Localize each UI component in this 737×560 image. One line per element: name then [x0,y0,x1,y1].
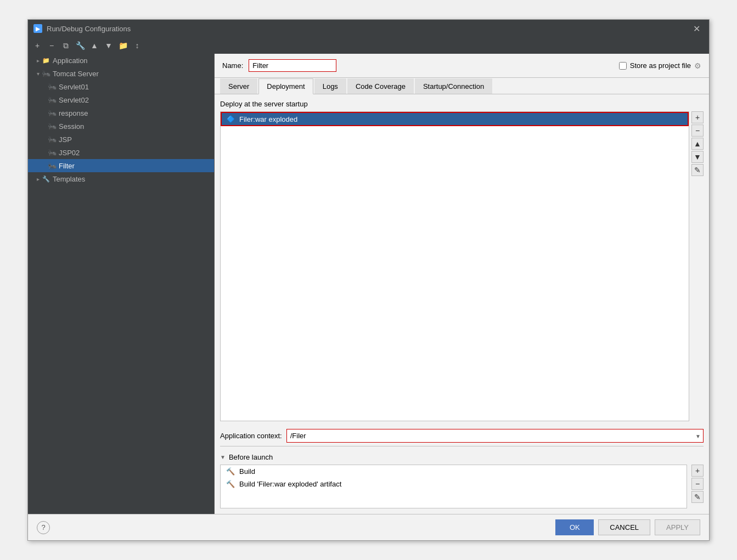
sidebar-item-label: Filter [59,162,75,170]
before-remove-button[interactable]: − [691,478,704,490]
right-panel: Name: Store as project file ⚙ Server Dep… [215,54,709,514]
title-bar-left: ▶ Run/Debug Configurations [33,24,131,33]
cancel-button[interactable]: CANCEL [598,519,650,535]
sort-button[interactable]: ↕ [131,39,143,52]
ant-icon: 🐜 [48,161,57,170]
app-context-input[interactable] [287,429,703,442]
deploy-edit-button[interactable]: ✎ [691,164,704,176]
chevron-right-icon: ▸ [37,176,40,182]
sidebar-item-filter[interactable]: 🐜 Filter [28,159,214,172]
before-launch-section: ▼ Before launch 🔨 Build 🔨 Build 'Filer:w… [220,446,704,508]
dialog-title: Run/Debug Configurations [47,25,131,33]
sidebar-item-label: response [59,109,88,117]
app-context-select-wrapper: ▼ [286,429,704,443]
ant-icon: 🐜 [48,148,57,157]
ant-icon: 🐜 [48,82,57,91]
sidebar-item-label: Servlet02 [59,96,89,104]
before-item-build-artifact: 🔨 Build 'Filer:war exploded' artifact [221,478,687,490]
run-debug-dialog: ▶ Run/Debug Configurations ✕ + − ⧉ 🔧 ▲ ▼… [27,19,710,541]
deploy-section-label: Deploy at the server startup [220,100,704,108]
tab-deployment[interactable]: Deployment [258,78,313,94]
sidebar-item-label: Tomcat Server [53,70,99,78]
store-label: Store as project file [630,61,691,70]
tabs-bar: Server Deployment Logs Code Coverage Sta… [215,78,709,94]
sidebar-item-label: Session [59,122,84,131]
chevron-down-icon: ▾ [37,71,40,77]
name-input[interactable] [249,59,336,72]
sidebar-item-servlet02[interactable]: 🐜 Servlet02 [28,93,214,106]
sidebar-item-tomcat-server[interactable]: ▾ 🐜 Tomcat Server [28,67,214,80]
deploy-list: 🔷 Filer:war exploded [221,112,689,421]
main-content: ▸ 📁 Application ▾ 🐜 Tomcat Server 🐜 Serv… [28,54,709,514]
toolbar: + − ⧉ 🔧 ▲ ▼ 📁 ↕ [28,37,709,54]
store-project-checkbox[interactable] [619,62,627,70]
sidebar-item-label: Servlet01 [59,83,89,91]
bottom-bar: ? OK CANCEL APPLY [28,514,709,540]
tab-server[interactable]: Server [220,78,257,94]
folder-icon: 📁 [42,56,50,65]
name-row: Name: Store as project file ⚙ [215,54,709,77]
deploy-list-container: 🔷 Filer:war exploded [220,111,689,421]
app-context-row: Application context: ▼ [220,426,704,446]
before-add-button[interactable]: + [691,465,704,477]
gear-icon: ⚙ [694,61,701,70]
sidebar-item-servlet01[interactable]: 🐜 Servlet01 [28,80,214,93]
sidebar-item-jsp[interactable]: 🐜 JSP [28,133,214,146]
deploy-add-button[interactable]: + [691,111,704,123]
sidebar-item-response[interactable]: 🐜 response [28,106,214,120]
left-panel: ▸ 📁 Application ▾ 🐜 Tomcat Server 🐜 Serv… [28,54,215,514]
before-edit-button[interactable]: ✎ [691,491,704,503]
before-item-label: Build 'Filer:war exploded' artifact [239,480,341,488]
add-config-button[interactable]: + [31,39,43,52]
folder-button[interactable]: 📁 [117,39,129,52]
sidebar-item-label: Templates [53,175,85,183]
title-bar: ▶ Run/Debug Configurations ✕ [28,20,709,37]
before-launch-list: 🔨 Build 🔨 Build 'Filer:war exploded' art… [220,465,687,508]
move-down-button[interactable]: ▼ [103,39,115,52]
ant-icon: 🐜 [48,122,57,131]
spacer [220,94,704,100]
ant-icon: 🐜 [48,109,57,117]
deploy-down-button[interactable]: ▼ [691,151,704,163]
sidebar-item-templates[interactable]: ▸ 🔧 Templates [28,172,214,185]
before-launch-label: Before launch [229,453,273,461]
help-button[interactable]: ? [37,521,50,534]
close-button[interactable]: ✕ [690,22,704,35]
deploy-item-filer-war[interactable]: 🔷 Filer:war exploded [221,112,689,126]
before-item-build: 🔨 Build [221,465,687,478]
deploy-item-label: Filer:war exploded [239,115,297,123]
before-launch-side-buttons: + − ✎ [691,465,704,508]
move-up-button[interactable]: ▲ [88,39,100,52]
deploy-remove-button[interactable]: − [691,125,704,137]
deploy-item-icon: 🔷 [226,115,235,123]
action-buttons: OK CANCEL APPLY [555,519,700,535]
wrench-icon: 🔧 [42,174,50,183]
build-artifact-icon: 🔨 [226,480,235,488]
deployment-content: Deploy at the server startup 🔷 Filer:war… [215,94,709,514]
before-item-label: Build [239,467,255,476]
build-icon: 🔨 [226,467,235,476]
chevron-right-icon: ▸ [37,58,40,64]
sidebar-item-label: JSP [59,135,72,144]
tab-code-coverage[interactable]: Code Coverage [347,78,414,94]
app-context-label: Application context: [220,432,282,440]
before-launch-collapse-button[interactable]: ▼ [220,454,226,460]
before-launch-header: ▼ Before launch [220,451,704,465]
copy-config-button[interactable]: ⧉ [60,39,72,52]
ant-icon: 🐜 [48,135,57,144]
remove-config-button[interactable]: − [46,39,58,52]
sidebar-item-label: Application [53,56,88,65]
sidebar-item-session[interactable]: 🐜 Session [28,120,214,133]
sidebar-item-jsp02[interactable]: 🐜 JSP02 [28,146,214,159]
tab-startup-connection[interactable]: Startup/Connection [415,78,492,94]
deploy-side-buttons: + − ▲ ▼ ✎ [691,111,704,421]
tab-logs[interactable]: Logs [314,78,346,94]
deploy-area: 🔷 Filer:war exploded + − ▲ ▼ ✎ [220,111,704,421]
deploy-up-button[interactable]: ▲ [691,138,704,150]
sidebar-item-application[interactable]: ▸ 📁 Application [28,54,214,67]
apply-button[interactable]: APPLY [655,519,700,535]
ant-icon: 🐜 [48,95,57,104]
ok-button[interactable]: OK [555,519,594,535]
tomcat-icon: 🐜 [42,69,50,78]
settings-button[interactable]: 🔧 [74,39,86,52]
